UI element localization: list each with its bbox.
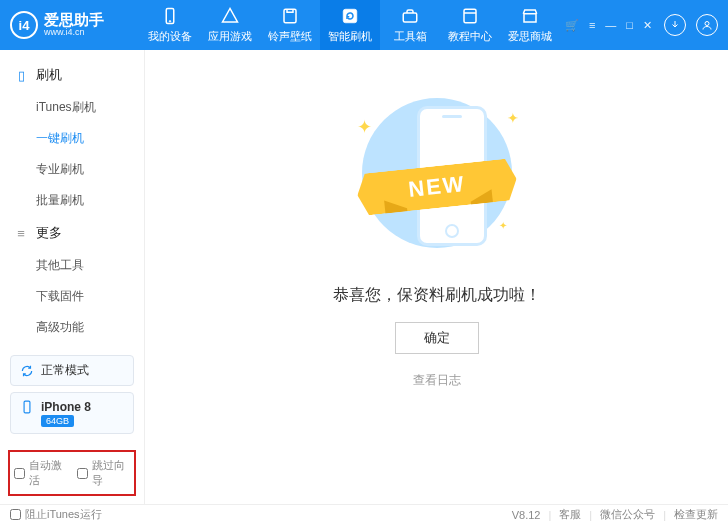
download-icon[interactable]	[664, 14, 686, 36]
music-icon	[281, 7, 299, 25]
sidebar-item-pro-flash[interactable]: 专业刷机	[0, 154, 144, 185]
maximize-button[interactable]: □	[624, 17, 635, 33]
sidebar-item-download-firmware[interactable]: 下载固件	[0, 281, 144, 312]
ok-button[interactable]: 确定	[395, 322, 479, 354]
apps-icon	[221, 7, 239, 25]
svg-rect-9	[24, 401, 30, 413]
user-icon[interactable]	[696, 14, 718, 36]
view-log-link[interactable]: 查看日志	[413, 372, 461, 389]
sidebar-item-batch-flash[interactable]: 批量刷机	[0, 185, 144, 216]
skip-guide-checkbox[interactable]: 跳过向导	[77, 458, 130, 488]
svg-rect-2	[284, 9, 296, 23]
logo-icon: i4	[10, 11, 38, 39]
check-update-link[interactable]: 检查更新	[674, 507, 718, 522]
main-content: ✦ ✦ ✦ NEW 恭喜您，保资料刷机成功啦！ 确定 查看日志	[145, 50, 728, 504]
phone-outline-icon: ▯	[14, 68, 28, 83]
nav-ringtone[interactable]: 铃声壁纸	[260, 0, 320, 50]
close-button[interactable]: ✕	[641, 17, 654, 34]
svg-rect-3	[343, 9, 357, 23]
cart-icon[interactable]: 🛒	[563, 17, 581, 34]
version-label: V8.12	[512, 509, 541, 521]
sidebar-item-oneclick-flash[interactable]: 一键刷机	[0, 123, 144, 154]
storage-badge: 64GB	[41, 415, 74, 427]
sidebar-item-advanced[interactable]: 高级功能	[0, 312, 144, 343]
nav-shop[interactable]: 爱思商城	[500, 0, 560, 50]
svg-rect-7	[524, 13, 536, 21]
svg-point-1	[169, 20, 171, 22]
highlight-options: 自动激活 跳过向导	[8, 450, 136, 496]
nav-apps[interactable]: 应用游戏	[200, 0, 260, 50]
success-message: 恭喜您，保资料刷机成功啦！	[333, 285, 541, 306]
svg-rect-4	[403, 13, 417, 22]
top-nav: 我的设备 应用游戏 铃声壁纸 智能刷机 工具箱 教程中心 爱思商城	[140, 0, 563, 50]
footer: 阻止iTunes运行 V8.12 | 客服 | 微信公众号 | 检查更新	[0, 504, 728, 524]
shop-icon	[521, 7, 539, 25]
sidebar-item-other-tools[interactable]: 其他工具	[0, 250, 144, 281]
svg-point-8	[705, 22, 709, 26]
minimize-button[interactable]: —	[603, 17, 618, 33]
nav-toolbox[interactable]: 工具箱	[380, 0, 440, 50]
app-url: www.i4.cn	[44, 28, 104, 38]
sidebar-header-flash[interactable]: ▯ 刷机	[0, 58, 144, 92]
sidebar-item-itunes-flash[interactable]: iTunes刷机	[0, 92, 144, 123]
window-controls: 🛒 ≡ — □ ✕	[563, 14, 718, 36]
support-link[interactable]: 客服	[559, 507, 581, 522]
wechat-link[interactable]: 微信公众号	[600, 507, 655, 522]
device-name: iPhone 8	[41, 400, 91, 414]
titlebar: i4 爱思助手 www.i4.cn 我的设备 应用游戏 铃声壁纸 智能刷机 工具…	[0, 0, 728, 50]
book-icon	[461, 7, 479, 25]
device-icon	[19, 399, 35, 415]
menu-icon[interactable]: ≡	[587, 17, 597, 33]
star-icon: ✦	[507, 110, 519, 126]
app-name: 爱思助手	[44, 12, 104, 29]
svg-rect-5	[464, 9, 476, 23]
nav-tutorial[interactable]: 教程中心	[440, 0, 500, 50]
mode-normal[interactable]: 正常模式	[10, 355, 134, 386]
auto-activate-checkbox[interactable]: 自动激活	[14, 458, 67, 488]
block-itunes-checkbox[interactable]: 阻止iTunes运行	[10, 507, 102, 522]
success-illustration: ✦ ✦ ✦ NEW	[327, 86, 547, 261]
list-icon: ≡	[14, 226, 28, 241]
sidebar-header-more[interactable]: ≡ 更多	[0, 216, 144, 250]
app-logo: i4 爱思助手 www.i4.cn	[10, 11, 140, 39]
toolbox-icon	[401, 7, 419, 25]
phone-icon	[161, 7, 179, 25]
star-icon: ✦	[499, 220, 507, 231]
sync-icon	[19, 363, 35, 379]
device-card[interactable]: iPhone 8 64GB	[10, 392, 134, 434]
star-icon: ✦	[357, 116, 372, 138]
nav-flash[interactable]: 智能刷机	[320, 0, 380, 50]
refresh-icon	[341, 7, 359, 25]
nav-my-device[interactable]: 我的设备	[140, 0, 200, 50]
sidebar: ▯ 刷机 iTunes刷机 一键刷机 专业刷机 批量刷机 ≡ 更多 其他工具 下…	[0, 50, 145, 504]
